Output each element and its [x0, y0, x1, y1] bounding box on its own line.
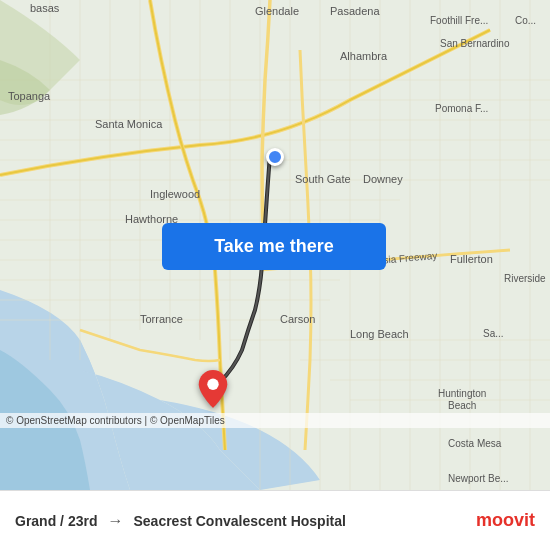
- footer-destination: Seacrest Convalescent Hospital: [133, 513, 345, 529]
- moovit-logo-text: moovit: [476, 510, 535, 531]
- map-attribution: © OpenStreetMap contributors | © OpenMap…: [0, 413, 550, 428]
- origin-marker: [266, 148, 284, 166]
- take-me-there-button[interactable]: Take me there: [162, 223, 386, 270]
- svg-point-35: [207, 379, 218, 390]
- map-container: basas Glendale Pasadena Alhambra Foothil…: [0, 0, 550, 490]
- moovit-logo: moovit: [476, 510, 535, 531]
- footer-bar: Grand / 23rd → Seacrest Convalescent Hos…: [0, 490, 550, 550]
- footer-arrow: →: [107, 512, 123, 530]
- destination-marker: [198, 370, 228, 412]
- footer-origin: Grand / 23rd: [15, 513, 97, 529]
